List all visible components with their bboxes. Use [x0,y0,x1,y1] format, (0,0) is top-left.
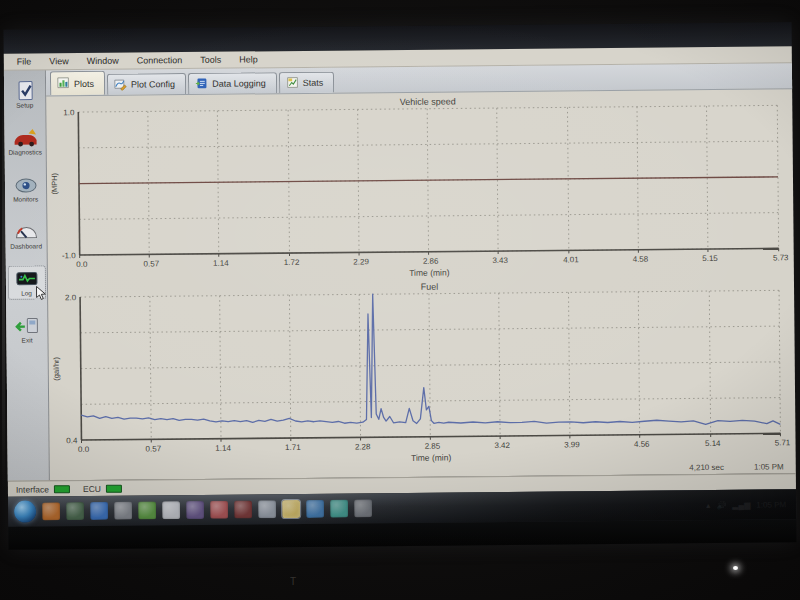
taskbar-app-icon-1[interactable] [42,502,60,520]
taskbar-app-icon-4[interactable] [114,502,132,520]
svg-text:(MPH): (MPH) [50,172,59,194]
svg-text:1.0: 1.0 [63,108,75,117]
fuel-chart: 0.00.571.141.712.282.853.423.994.565.145… [50,276,791,468]
app-body: SetupDiagnosticsMonitorsDashboardLogExit… [4,63,796,481]
sidebar-item-label: Dashboard [10,242,42,249]
taskbar-clock[interactable]: 1:05 PM [756,500,786,509]
sidebar-item-log[interactable]: Log [8,266,44,298]
svg-text:1.14: 1.14 [215,443,231,452]
svg-text:2.85: 2.85 [425,441,441,450]
svg-text:1.14: 1.14 [213,259,229,268]
monitors-icon [12,174,38,194]
taskbar-app-icon-7[interactable] [186,501,204,519]
tray-show-hidden-icon[interactable]: ▴ [706,501,710,510]
taskbar-app-icon-3[interactable] [90,502,108,520]
taskbar-app-icon-8[interactable] [210,501,228,519]
menu-item-connection[interactable]: Connection [128,55,192,66]
tab-stats[interactable]: Stats [279,72,335,94]
svg-text:3.43: 3.43 [492,256,508,265]
diagnostics-icon [12,127,38,147]
svg-text:Vehicle speed: Vehicle speed [400,96,456,107]
plots-icon [57,76,70,91]
svg-text:1.72: 1.72 [284,258,300,267]
svg-text:4.58: 4.58 [633,255,649,264]
sidebar-item-label: Exit [22,337,33,344]
svg-text:Time (min): Time (min) [411,452,452,462]
sidebar-item-label: Diagnostics [8,148,42,155]
tab-plot-config[interactable]: Plot Config [107,73,186,95]
svg-text:Time (min): Time (min) [409,268,450,278]
svg-text:5.14: 5.14 [705,438,721,447]
svg-text:0.4: 0.4 [66,436,78,445]
setup-icon [12,80,38,100]
power-led [733,566,738,570]
taskbar-app-icon-14[interactable] [354,499,372,517]
svg-text:0.57: 0.57 [143,259,159,268]
sidebar-item-monitors[interactable]: Monitors [7,172,43,204]
taskbar-app-icon-11[interactable] [282,500,300,518]
data-logging-icon [195,76,208,91]
sidebar-item-label: Monitors [13,195,38,202]
exit-icon [14,315,40,335]
svg-text:2.28: 2.28 [355,442,371,451]
tab-label: Stats [303,78,324,88]
taskbar-app-icon-9[interactable] [234,500,252,518]
system-tray[interactable]: ▴ 🔊 ▂▄▆ 1:05 PM [706,500,790,510]
mouse-cursor-icon [34,285,46,305]
ecu-status-label: ECU [83,483,101,493]
svg-text:2.29: 2.29 [353,257,369,266]
interface-status-label: Interface [16,484,49,494]
menu-item-tools[interactable]: Tools [191,55,230,65]
start-button[interactable] [14,501,36,523]
sidebar-item-dashboard[interactable]: Dashboard [8,219,44,251]
svg-text:2.86: 2.86 [423,257,439,266]
bezel-logo-mark: T [290,576,296,587]
menu-item-help[interactable]: Help [230,54,267,64]
taskbar-app-icon-13[interactable] [330,500,348,518]
charts-area: 0.00.571.141.722.292.863.434.014.585.155… [46,89,796,467]
vehicle-speed-plot-svg: 0.00.571.141.722.292.863.434.014.585.155… [48,91,789,283]
ecu-status-led [106,484,122,492]
svg-text:0.0: 0.0 [78,444,90,453]
taskbar-app-icon-5[interactable] [138,501,156,519]
stats-icon [286,75,299,90]
taskbar-app-icon-10[interactable] [258,500,276,518]
tab-data-logging[interactable]: Data Logging [188,72,277,94]
vehicle-speed-chart: 0.00.571.141.722.292.863.434.014.585.155… [48,91,789,283]
tab-label: Plot Config [131,79,175,89]
taskbar-app-icon-12[interactable] [306,500,324,518]
svg-text:0.57: 0.57 [145,444,161,453]
svg-text:5.15: 5.15 [702,254,718,263]
menu-item-window[interactable]: Window [78,56,128,66]
sidebar-item-exit[interactable]: Exit [9,313,45,345]
svg-text:4.56: 4.56 [634,439,650,448]
fuel-plot-svg: 0.00.571.141.712.282.853.423.994.565.145… [50,276,791,468]
taskbar-app-icon-2[interactable] [66,502,84,520]
svg-text:Fuel: Fuel [421,281,439,291]
plot-config-icon [114,77,127,92]
sidebar: SetupDiagnosticsMonitorsDashboardLogExit [4,70,50,480]
sidebar-item-setup[interactable]: Setup [6,78,42,110]
dashboard-icon [13,221,39,241]
svg-text:3.99: 3.99 [564,440,580,449]
svg-text:5.73: 5.73 [773,253,789,262]
tab-plots[interactable]: Plots [50,71,105,96]
svg-text:1.71: 1.71 [285,442,301,451]
svg-text:5.71: 5.71 [775,438,791,447]
sidebar-item-label: Log [21,290,32,297]
menu-item-view[interactable]: View [40,56,77,66]
menu-item-file[interactable]: File [8,56,41,66]
bezel-edge-glow [2,80,5,490]
volume-icon[interactable]: 🔊 [716,500,726,509]
svg-text:2.0: 2.0 [65,293,77,302]
svg-text:4.01: 4.01 [563,255,579,264]
network-icon[interactable]: ▂▄▆ [732,500,750,509]
svg-text:(gal/hr): (gal/hr) [52,356,61,380]
footer-clock-value: 1:05 PM [754,462,784,471]
svg-text:-1.0: -1.0 [62,251,76,260]
elapsed-time-value: 4,210 sec [689,463,724,472]
sidebar-item-diagnostics[interactable]: Diagnostics [7,125,43,157]
taskbar-app-icon-6[interactable] [162,501,180,519]
sidebar-item-label: Setup [16,102,33,109]
svg-text:0.0: 0.0 [76,260,88,269]
